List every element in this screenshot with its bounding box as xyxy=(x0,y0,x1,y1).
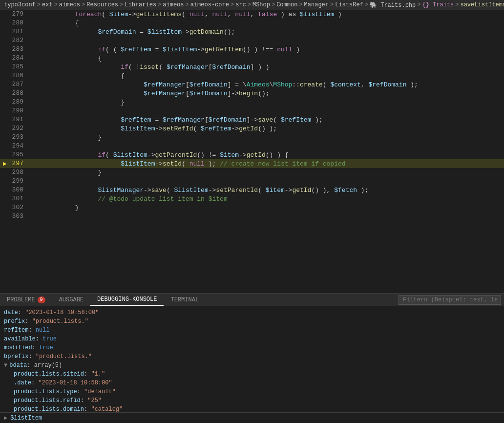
linenum-292: 292 xyxy=(10,124,27,133)
breadcrumb-file[interactable]: 🐘 Traits.php xyxy=(370,1,416,9)
bottom-panel: PROBLEME 9 AUSGABE DEBUGGING-KONSOLE TER… xyxy=(0,293,504,423)
tab-terminal-label: TERMINAL xyxy=(170,296,199,303)
debug-line-available: available: true xyxy=(4,335,500,343)
line-content-284: { xyxy=(27,55,504,62)
breadcrumb-aimeos-core: aimeos-core xyxy=(190,1,229,8)
breadcrumb-sep: > xyxy=(299,1,302,8)
linenum-288: 288 xyxy=(10,89,27,98)
code-line-295: 295 if( $listItem->getParentId() != $ite… xyxy=(0,150,504,159)
tab-probleme[interactable]: PROBLEME 9 xyxy=(0,294,52,306)
breadcrumb-sep: > xyxy=(272,1,275,8)
line-content-294 xyxy=(27,143,504,150)
tab-debugging-label: DEBUGGING-KONSOLE xyxy=(97,296,157,303)
breadcrumb-mshop: MShop xyxy=(252,1,270,8)
line-content-291: $refItem = $refManager[$refDomain]->save… xyxy=(27,116,504,124)
code-line-302: 302 } xyxy=(0,203,504,212)
code-line-300: 300 $listManager->save( $listItem->setPa… xyxy=(0,186,504,194)
bottom-var: $listItem xyxy=(10,415,42,422)
breadcrumb-func: saveListItems xyxy=(460,1,504,8)
line-content-300: $listManager->save( $listItem->setParent… xyxy=(27,187,504,194)
code-line-293: 293 } xyxy=(0,133,504,142)
linenum-287: 287 xyxy=(10,80,27,89)
line-content-297: } xyxy=(27,169,504,176)
code-line-301: 301 // @todo update list item in $item xyxy=(0,194,504,203)
tab-terminal[interactable]: TERMINAL xyxy=(164,294,206,306)
linenum-291: 291 xyxy=(10,115,27,124)
breadcrumb-typo3conf: typo3conf xyxy=(4,1,36,8)
debug-bdata-domain: product.lists.domain: "catalog" xyxy=(14,405,500,412)
code-line-299: 299 xyxy=(0,177,504,186)
breadcrumb-sep: > xyxy=(365,1,368,8)
linenum-293: 293 xyxy=(10,133,27,142)
code-area: 279 foreach( $item->getListItems( null, … xyxy=(0,10,504,293)
debug-line-prefix: prefix: "product.lists." xyxy=(4,317,500,326)
linenum-300: 300 xyxy=(10,186,27,194)
line-content-296: $listItem->setId( null ); // create new … xyxy=(27,160,504,168)
code-editor: 279 foreach( $item->getListItems( null, … xyxy=(0,10,504,293)
breadcrumb-sep: > xyxy=(158,1,161,8)
line-content-280: { xyxy=(27,20,504,27)
code-line-297: 298 } xyxy=(0,168,504,177)
debug-bdata-type: product.lists.type: "default" xyxy=(14,387,500,396)
line-content-290 xyxy=(27,107,504,115)
line-content-282 xyxy=(27,37,504,44)
bdata-expand[interactable]: ▼ xyxy=(4,362,7,369)
breadcrumb-sep: > xyxy=(330,1,334,8)
code-line-283: 283 if( ( $refItem = $listItem->getRefIt… xyxy=(0,45,504,54)
debug-line-modified: modified: true xyxy=(4,343,500,352)
linenum-279: 279 xyxy=(10,10,27,19)
debug-bdata-date: .date: "2023-01-18 10:58:00" xyxy=(14,379,500,387)
breadcrumb-sep: > xyxy=(82,1,85,8)
code-line-303: 303 xyxy=(0,212,504,221)
tab-ausgabe[interactable]: AUSGABE xyxy=(52,294,90,306)
code-line-286: 286 { xyxy=(0,71,504,80)
filter-input[interactable] xyxy=(399,295,501,305)
code-line-292: 292 $listItem->setRefId( $refItem->getId… xyxy=(0,124,504,133)
code-line-280: 280 { xyxy=(0,19,504,27)
breadcrumb-src: src xyxy=(235,1,246,8)
line-content-299 xyxy=(27,178,504,185)
panel-content: date: "2023-01-18 10:58:00" prefix: "pro… xyxy=(0,306,504,412)
linenum-284: 284 xyxy=(10,54,27,63)
breadcrumb-trait: {} Traits xyxy=(422,1,454,8)
bottom-status: ▶ $listItem xyxy=(0,412,504,423)
line-content-279: foreach( $item->getListItems( null, null… xyxy=(27,11,504,18)
breadcrumb-sep: > xyxy=(455,1,459,8)
expand-icon[interactable]: ▶ xyxy=(4,414,7,422)
breadcrumb-sep: > xyxy=(417,1,420,8)
line-content-289: } xyxy=(27,99,504,106)
linenum-290: 290 xyxy=(10,106,27,115)
line-content-303 xyxy=(27,213,504,220)
linenum-296: 297 xyxy=(10,159,27,168)
code-line-287: 287 $refManager[$refDomain] = \Aimeos\MS… xyxy=(0,80,504,89)
linenum-282: 282 xyxy=(10,36,27,45)
code-line-279: 279 foreach( $item->getListItems( null, … xyxy=(0,10,504,19)
breadcrumb-manager: Manager xyxy=(304,1,329,8)
line-content-302: } xyxy=(27,204,504,212)
panel-tabs: PROBLEME 9 AUSGABE DEBUGGING-KONSOLE TER… xyxy=(0,294,504,306)
code-line-291: 291 $refItem = $refManager[$refDomain]->… xyxy=(0,115,504,124)
linenum-301: 301 xyxy=(10,194,27,203)
linenum-294: 294 xyxy=(10,142,27,150)
breadcrumb-sep: > xyxy=(54,1,58,8)
tab-debugging[interactable]: DEBUGGING-KONSOLE xyxy=(90,294,164,306)
line-content-295: if( $listItem->getParentId() != $item->g… xyxy=(27,151,504,159)
panel-filter[interactable] xyxy=(399,294,504,306)
tab-ausgabe-label: AUSGABE xyxy=(59,296,84,303)
line-content-292: $listItem->setRefId( $refItem->getId() )… xyxy=(27,125,504,132)
breadcrumb: typo3conf > ext > aimeos > Resources > L… xyxy=(0,0,504,10)
linenum-303: 303 xyxy=(10,212,27,221)
code-line-284: 284 { xyxy=(0,54,504,63)
line-content-288: $refManager[$refDomain]->begin(); xyxy=(27,90,504,97)
debug-line-refitem: refItem: null xyxy=(4,326,500,335)
probleme-badge: 9 xyxy=(38,296,45,303)
line-content-285: if( !isset( $refManager[$refDomain] ) ) xyxy=(27,63,504,71)
linenum-295: 295 xyxy=(10,150,27,159)
breadcrumb-sep: > xyxy=(186,1,189,8)
line-content-283: if( ( $refItem = $listItem->getRefItem()… xyxy=(27,46,504,53)
linenum-286: 286 xyxy=(10,71,27,80)
linenum-283: 283 xyxy=(10,45,27,54)
code-line-289: 289 } xyxy=(0,98,504,106)
tab-probleme-label: PROBLEME xyxy=(7,296,35,303)
breadcrumb-listsref: ListsRef xyxy=(335,1,363,8)
